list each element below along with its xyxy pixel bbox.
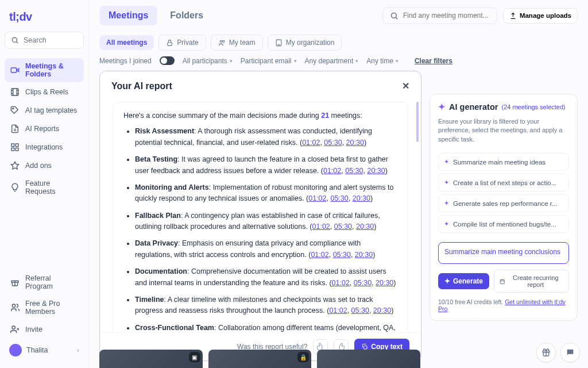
sidebar-item-feature-requests[interactable]: Feature Requests	[5, 175, 84, 200]
user-name: Thalita	[26, 346, 48, 354]
timestamp-link[interactable]: 20:30	[346, 139, 364, 147]
generate-button[interactable]: ✦ Generate	[438, 273, 489, 289]
timestamp-link[interactable]: 01:02	[302, 139, 320, 147]
filter-private[interactable]: Private	[158, 34, 206, 51]
dropdown-any-department[interactable]: Any department▾	[305, 57, 359, 65]
filter-all-meetings[interactable]: All meetings	[99, 35, 154, 50]
scrollbar[interactable]	[416, 102, 419, 142]
sidebar-item-integrations[interactable]: Integrations	[5, 139, 84, 156]
clips-icon	[10, 87, 20, 97]
svg-point-3	[13, 108, 14, 109]
timestamp-link[interactable]: 01:02	[312, 223, 330, 231]
meeting-thumbnail[interactable]: ▣	[99, 350, 203, 368]
dropdown-all-participants[interactable]: All participants▾	[183, 57, 233, 65]
global-search-input[interactable]	[403, 12, 490, 20]
main: MeetingsFolders Manage uploads All meeti…	[89, 0, 588, 368]
timestamp-link[interactable]: 20:30	[376, 279, 393, 287]
tag-icon	[10, 106, 20, 115]
sparkle-icon: ✦	[444, 200, 449, 207]
svg-rect-7	[11, 148, 14, 151]
svg-point-9	[12, 304, 15, 307]
timestamp-link[interactable]: 20:30	[373, 306, 391, 315]
user-menu[interactable]: Thalita ›	[5, 339, 84, 361]
report-item: Data Privacy: Emphasis on ensuring data …	[135, 238, 399, 260]
sidebar-item-label: Meetings & Folders	[25, 62, 78, 78]
dropdown-any-time[interactable]: Any time▾	[366, 57, 399, 65]
team-icon	[218, 39, 226, 47]
timestamp-link[interactable]: 05:30	[354, 279, 372, 287]
tab-folders[interactable]: Folders	[161, 6, 212, 25]
sidebar-item-invite[interactable]: Invite	[5, 321, 84, 338]
timestamp-link[interactable]: 01:02	[323, 167, 341, 175]
global-search[interactable]	[382, 7, 497, 24]
sidebar-item-ai-tag-templates[interactable]: AI tag templates	[5, 102, 84, 119]
close-icon[interactable]: ✕	[402, 80, 409, 91]
top-tabs: MeetingsFolders	[99, 6, 212, 25]
sidebar-item-add-ons[interactable]: Add ons	[5, 157, 84, 174]
timestamp-link[interactable]: 05:30	[333, 251, 351, 259]
prompt-suggestion[interactable]: ✦Summarize main meeting ideas	[438, 153, 569, 171]
timestamp-link[interactable]: 01:02	[332, 279, 350, 287]
manage-uploads-label: Manage uploads	[520, 12, 571, 19]
report-item: Documentation: Comprehensive documentati…	[135, 266, 399, 289]
dropdown-participant-email[interactable]: Participant email▾	[241, 57, 297, 65]
timestamp-link[interactable]: 01:02	[308, 194, 326, 202]
timestamp-link[interactable]: 05:30	[324, 139, 342, 147]
sidebar-item-label: Add ons	[25, 162, 52, 170]
sidebar-search[interactable]: Search	[5, 32, 84, 49]
chat-fab[interactable]	[560, 343, 580, 362]
sidebar-search-label: Search	[24, 36, 47, 44]
timestamp-link[interactable]: 01:02	[311, 251, 328, 259]
gift-fab[interactable]	[536, 343, 556, 362]
chevron-right-icon: ›	[77, 346, 79, 354]
avatar	[9, 344, 22, 356]
filter-my-team[interactable]: My team	[211, 34, 263, 51]
timestamp-link[interactable]: 20:30	[356, 223, 374, 231]
timestamp-link[interactable]: 05:30	[330, 194, 348, 202]
timestamp-link[interactable]: 20:30	[353, 194, 370, 202]
meeting-thumbnail[interactable]: 🔒	[208, 350, 312, 368]
sidebar-item-label: Integrations	[25, 143, 63, 151]
ai-generator-title: AI generator	[449, 102, 498, 112]
report-item: Fallback Plan: A contingency plan was es…	[135, 210, 399, 233]
sparkle-icon: ✦	[444, 220, 449, 228]
integrations-icon	[10, 143, 20, 152]
sidebar-item-free-pro-members[interactable]: Free & Pro Members	[5, 296, 84, 320]
timestamp-link[interactable]: 01:02	[329, 306, 347, 315]
sidebar-item-ai-reports[interactable]: AI Reports	[5, 120, 84, 137]
prompt-suggestion[interactable]: ✦Create a list of next steps or actio...	[438, 174, 569, 191]
report-item: Risk Assessment: A thorough risk assessm…	[135, 126, 399, 148]
sidebar-item-meetings-folders[interactable]: Meetings & Folders	[5, 58, 84, 82]
chevron-down-icon: ▾	[230, 58, 233, 64]
create-recurring-button[interactable]: Create recurring report	[494, 270, 569, 293]
upload-icon	[509, 12, 517, 20]
sidebar-item-clips-reels[interactable]: Clips & Reels	[5, 83, 84, 101]
filter-tabs: All meetingsPrivateMy teamMy organizatio…	[89, 31, 588, 56]
timestamp-link[interactable]: 05:30	[345, 167, 363, 175]
clear-filters-link[interactable]: Clear filters	[415, 57, 452, 65]
tab-meetings[interactable]: Meetings	[99, 6, 157, 25]
sidebar-item-referral-program[interactable]: Referral Program	[5, 270, 84, 294]
prompt-suggestion[interactable]: ✦Compile list of mentioned bugs/te...	[438, 215, 569, 233]
svg-rect-4	[11, 144, 14, 147]
members-icon	[10, 303, 20, 312]
meeting-thumbnail[interactable]	[317, 350, 420, 368]
report-title: Your AI report	[111, 81, 172, 91]
prompt-input[interactable]: Summarize main meeting conclusions	[438, 242, 569, 264]
meetings-joined-toggle[interactable]	[160, 56, 175, 65]
timestamp-link[interactable]: 05:30	[334, 223, 352, 231]
svg-point-13	[220, 40, 222, 42]
svg-point-0	[12, 37, 17, 42]
ai-report-card: Your AI report ✕ Here's a concise summar…	[99, 71, 421, 361]
report-item: Cross-Functional Team: Collaboration amo…	[135, 323, 399, 332]
prompt-suggestion[interactable]: ✦Generate sales rep performance r...	[438, 194, 569, 212]
video-icon	[10, 66, 20, 75]
svg-rect-2	[11, 89, 18, 95]
content: Your AI report ✕ Here's a concise summar…	[89, 71, 588, 368]
report-body[interactable]: Here's a concise summary of the main dec…	[100, 96, 421, 332]
manage-uploads-button[interactable]: Manage uploads	[503, 8, 578, 24]
timestamp-link[interactable]: 20:30	[367, 167, 385, 175]
timestamp-link[interactable]: 20:30	[355, 251, 373, 259]
filter-my-organization[interactable]: My organization	[268, 34, 342, 51]
timestamp-link[interactable]: 05:30	[351, 306, 369, 315]
